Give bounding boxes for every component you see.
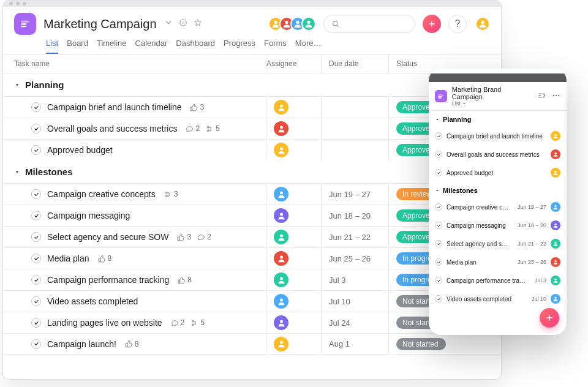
complete-checkbox[interactable] — [31, 102, 41, 112]
mobile-complete-checkbox[interactable] — [435, 222, 442, 229]
assignee-avatar[interactable] — [274, 272, 288, 287]
status-pill[interactable]: Not started — [396, 338, 446, 350]
star-icon[interactable] — [194, 18, 202, 29]
mobile-task-row[interactable]: Select agency and secure SOWJun 21 – 22 — [429, 235, 567, 253]
due-date — [321, 97, 388, 118]
mobile-task-row[interactable]: Video assets completedJul 10 — [429, 290, 567, 308]
section-header[interactable]: Planning — [3, 73, 501, 96]
mobile-more-icon[interactable] — [552, 91, 560, 101]
assignee-avatar[interactable] — [274, 337, 288, 351]
mobile-complete-checkbox[interactable] — [435, 295, 442, 302]
mobile-complete-checkbox[interactable] — [435, 277, 442, 284]
task-row[interactable]: Select agency and secure SOW32Jun 21 – 2… — [3, 226, 501, 247]
mobile-assignee-avatar — [551, 220, 560, 230]
task-row[interactable]: Campaign creative concepts3Jun 19 – 27In… — [3, 183, 501, 205]
task-row[interactable]: Media plan8Jun 25 – 26In progress — [3, 247, 501, 269]
mobile-task-row[interactable]: Campaign brief and launch timeline — [429, 127, 567, 145]
mobile-filter-icon[interactable] — [537, 91, 546, 101]
mobile-complete-checkbox[interactable] — [435, 169, 442, 176]
task-row[interactable]: Overall goals and success metrics25Appro… — [3, 118, 501, 139]
task-row[interactable]: Landing pages live on website25Jul 24Not… — [3, 312, 501, 333]
complete-checkbox[interactable] — [31, 232, 41, 242]
comments-count: 2 — [171, 318, 185, 327]
mobile-complete-checkbox[interactable] — [435, 258, 442, 266]
assignee-avatar[interactable] — [274, 315, 288, 330]
tab-list[interactable]: List — [46, 39, 58, 54]
mobile-task-row[interactable]: Media planJun 25 – 26 — [429, 253, 567, 271]
task-row[interactable]: Campaign messagingJun 18 – 20Approved — [3, 205, 501, 226]
assignee-avatar[interactable] — [274, 251, 288, 266]
mobile-section-header[interactable]: Planning — [429, 111, 567, 127]
mobile-section-header[interactable]: Milestones — [429, 182, 567, 198]
complete-checkbox[interactable] — [31, 339, 41, 349]
mobile-due-date: Jul 10 — [532, 296, 546, 302]
mobile-navbar — [429, 73, 567, 82]
complete-checkbox[interactable] — [31, 211, 41, 220]
info-icon[interactable] — [179, 18, 187, 29]
complete-checkbox[interactable] — [31, 296, 41, 306]
section-header[interactable]: Milestones — [3, 160, 501, 183]
project-header: Marketing Campaign ? — [3, 7, 501, 35]
subtasks-icon — [164, 190, 172, 198]
project-dropdown-icon[interactable] — [164, 18, 173, 29]
mobile-task-title: Media plan — [447, 259, 511, 266]
task-row[interactable]: Approved budgetApproved — [3, 139, 501, 160]
complete-checkbox[interactable] — [31, 254, 41, 263]
task-row[interactable]: Campaign brief and launch timeline3Appro… — [3, 96, 501, 118]
assignee-avatar[interactable] — [274, 100, 288, 115]
tab-dashboard[interactable]: Dashboard — [176, 39, 215, 54]
assignee-avatar[interactable] — [274, 208, 288, 223]
mobile-assignee-avatar — [551, 257, 560, 267]
mobile-complete-checkbox[interactable] — [435, 240, 442, 247]
assignee-avatar[interactable] — [274, 230, 288, 244]
mobile-assignee-avatar — [551, 239, 560, 249]
mobile-task-row[interactable]: Campaign messagingJun 18 – 20 — [429, 216, 567, 235]
current-user-avatar[interactable] — [475, 17, 490, 31]
mobile-task-row[interactable]: Approved budget — [429, 163, 567, 182]
mobile-complete-checkbox[interactable] — [435, 132, 442, 140]
desktop-window: Marketing Campaign ? ListBoardTimelineCa… — [2, 0, 502, 380]
assignee-avatar[interactable] — [274, 143, 288, 157]
mobile-task-title: Campaign messaging — [447, 222, 511, 229]
mobile-task-title: Campaign creative concepts — [447, 204, 511, 211]
mobile-task-row[interactable]: Campaign performance trackingJul 3 — [429, 271, 567, 290]
complete-checkbox[interactable] — [31, 189, 41, 199]
complete-checkbox[interactable] — [31, 318, 41, 328]
mobile-task-row[interactable]: Overall goals and success metrics — [429, 145, 567, 163]
help-button[interactable]: ? — [448, 15, 467, 33]
complete-checkbox[interactable] — [31, 124, 41, 133]
mobile-complete-checkbox[interactable] — [435, 151, 442, 158]
task-row[interactable]: Campaign launch!8Aug 1Not started — [3, 333, 501, 355]
task-title: Campaign messaging — [47, 211, 130, 220]
tab-progress[interactable]: Progress — [224, 39, 255, 54]
tab-forms[interactable]: Forms — [264, 39, 287, 54]
mobile-complete-checkbox[interactable] — [435, 203, 442, 211]
mobile-due-date: Jul 3 — [535, 277, 546, 284]
tab-more[interactable]: More… — [295, 39, 322, 54]
task-row[interactable]: Video assets completedJul 10Not started — [3, 290, 501, 312]
mobile-task-row[interactable]: Campaign creative conceptsJun 19 – 27 — [429, 198, 567, 216]
comments-count: 2 — [197, 233, 211, 241]
col-due-date: Due date — [321, 54, 388, 73]
complete-checkbox[interactable] — [31, 145, 41, 155]
tab-board[interactable]: Board — [67, 39, 88, 54]
assignee-avatar[interactable] — [274, 294, 288, 309]
tab-timeline[interactable]: Timeline — [97, 39, 127, 54]
due-date: Jun 25 – 26 — [321, 248, 388, 269]
task-row[interactable]: Campaign performance tracking8Jul 3In pr… — [3, 269, 501, 290]
complete-checkbox[interactable] — [31, 275, 41, 285]
mobile-assignee-avatar — [551, 149, 560, 159]
member-avatars[interactable] — [272, 17, 316, 31]
member-avatar[interactable] — [301, 17, 316, 31]
assignee-avatar[interactable] — [274, 187, 288, 201]
task-title: Campaign brief and launch timeline — [47, 102, 181, 112]
mobile-add-button[interactable] — [540, 308, 559, 328]
due-date: Jul 10 — [321, 291, 388, 312]
tab-calendar[interactable]: Calendar — [135, 39, 168, 54]
assignee-avatar[interactable] — [274, 121, 288, 136]
task-title: Campaign launch! — [47, 339, 116, 349]
comment-icon — [197, 233, 205, 241]
search-input[interactable] — [323, 15, 415, 33]
add-button[interactable] — [423, 15, 441, 33]
mobile-view-selector[interactable]: List — [452, 100, 532, 107]
